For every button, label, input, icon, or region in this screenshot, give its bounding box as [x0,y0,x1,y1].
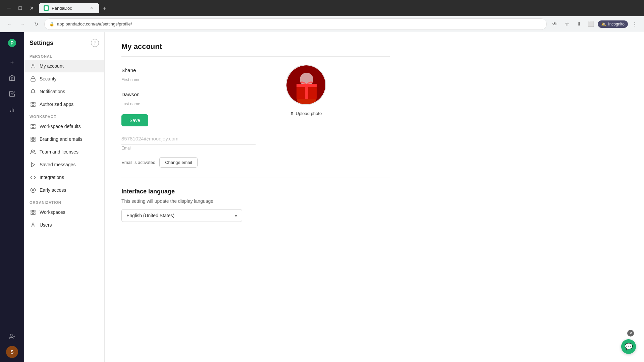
notifications-label: Notifications [40,89,65,94]
plus-icon: + [10,59,14,66]
home-icon [9,74,15,83]
svg-rect-21 [33,139,35,141]
svg-point-5 [10,334,12,336]
upload-icon: ⬆ [290,111,294,116]
users-icon [30,222,36,228]
chat-icon: 💬 [625,343,633,351]
lock-icon [30,75,36,82]
svg-rect-18 [31,137,33,139]
chat-close-button[interactable]: ✕ [627,330,634,337]
new-tab-button[interactable]: + [100,4,109,13]
incognito-icon: 🕵 [601,22,606,26]
workspace-defaults-label: Workspace defaults [40,124,81,129]
email-group: 85781024@moodjoy.com Email [121,133,256,150]
lock-icon: 🔒 [49,22,54,26]
add-user-button[interactable] [5,330,19,345]
close-browser-button[interactable]: ✕ [27,3,36,13]
language-select[interactable]: English (United States) ▾ [121,209,242,222]
avatar-image [286,65,326,105]
download-icon[interactable]: ⬇ [574,19,584,29]
upload-photo-button[interactable]: ⬆ Upload photo [286,109,326,118]
sidebar-item-authorized-apps[interactable]: Authorized apps [24,98,104,111]
main-content: My account Shane First name Dawson Last … [105,32,644,362]
sidebar-item-my-account[interactable]: My account [24,60,104,72]
interface-language-desc: This setting will update the display lan… [121,198,390,204]
section-divider [121,178,390,178]
tasks-button[interactable] [5,87,19,102]
home-button[interactable] [5,71,19,86]
save-button[interactable]: Save [121,114,148,126]
first-name-value[interactable]: Shane [121,65,256,76]
sidebar-item-saved-messages[interactable]: Saved messages [24,158,104,171]
sidebar-item-workspace-defaults[interactable]: Workspace defaults [24,120,104,133]
url-bar[interactable]: 🔒 app.pandadoc.com/a/#/settings/profile/ [44,18,547,30]
refresh-button[interactable]: ↻ [31,19,42,29]
workspace-section-label: WORKSPACE [24,111,104,120]
my-account-label: My account [40,63,64,69]
first-name-group: Shane First name [121,65,256,82]
sidebar-item-branding-emails[interactable]: Branding and emails [24,133,104,145]
chevron-down-icon: ▾ [235,213,237,218]
bookmark-icon[interactable]: ☆ [561,19,572,29]
sidebar-icon[interactable]: ⬜ [586,19,596,29]
upload-photo-label: Upload photo [296,111,322,116]
svg-rect-26 [31,210,33,212]
svg-point-30 [32,223,34,225]
app-logo: P [5,36,19,50]
tab-close-button[interactable]: ✕ [89,5,95,11]
analytics-button[interactable] [5,103,19,118]
integrations-icon [30,174,36,181]
sidebar-item-team-licenses[interactable]: Team and licenses [24,145,104,158]
url-text: app.pandadoc.com/a/#/settings/profile/ [57,21,132,26]
address-bar: ← → ↻ 🔒 app.pandadoc.com/a/#/settings/pr… [0,16,644,32]
chat-bubble-button[interactable]: 💬 [621,339,636,354]
app-layout: P + [0,32,644,362]
back-button[interactable]: ← [4,19,15,29]
chart-icon [9,107,15,115]
security-label: Security [40,76,57,81]
maximize-button[interactable]: □ [15,3,25,13]
sidebar-item-users[interactable]: Users [24,219,104,231]
svg-rect-19 [33,137,35,139]
svg-rect-11 [33,102,35,104]
minimize-button[interactable]: ─ [4,3,13,13]
sidebar-item-security[interactable]: Security [24,72,104,85]
create-button[interactable]: + [5,55,19,70]
email-activated-text: Email is activated [121,160,155,165]
profile-section: Shane First name Dawson Last name Save 8… [121,65,390,168]
last-name-value[interactable]: Dawson [121,89,256,100]
menu-button[interactable]: ⋮ [629,19,640,29]
sidebar-item-notifications[interactable]: Notifications [24,85,104,98]
branding-emails-label: Branding and emails [40,136,83,142]
change-email-button[interactable]: Change email [159,157,198,168]
eye-off-icon[interactable]: 👁 [549,19,560,29]
sidebar-item-workspaces[interactable]: Workspaces [24,206,104,219]
svg-rect-20 [31,139,33,141]
svg-point-22 [31,150,33,152]
profile-form: Shane First name Dawson Last name Save 8… [121,65,256,168]
browser-controls: ─ □ ✕ [4,3,36,13]
help-button[interactable]: ? [91,39,99,47]
user-avatar[interactable]: S [6,346,18,358]
svg-rect-28 [31,213,33,214]
branding-icon [30,136,36,142]
active-tab[interactable]: PandaDoc ✕ [39,3,99,13]
content-area: My account Shane First name Dawson Last … [105,32,407,232]
team-licenses-label: Team and licenses [40,149,78,155]
integrations-label: Integrations [40,175,64,180]
profile-photo-section: ⬆ Upload photo [276,65,336,118]
sidebar-header: Settings ? [24,32,104,50]
svg-rect-16 [31,127,33,128]
sidebar-item-early-access[interactable]: Early access [24,184,104,196]
settings-sidebar: Settings ? PERSONAL My account Security [24,32,105,362]
forward-button[interactable]: → [17,19,28,29]
toolbar-icons: 👁 ☆ ⬇ ⬜ 🕵 Incognito ⋮ [549,19,640,29]
users-label: Users [40,222,52,228]
last-name-group: Dawson Last name [121,89,256,106]
incognito-label: Incognito [608,22,625,26]
workspaces-label: Workspaces [40,209,65,215]
add-user-icon [9,333,15,342]
svg-rect-13 [33,105,35,106]
svg-text:P: P [10,40,13,46]
sidebar-item-integrations[interactable]: Integrations [24,171,104,184]
